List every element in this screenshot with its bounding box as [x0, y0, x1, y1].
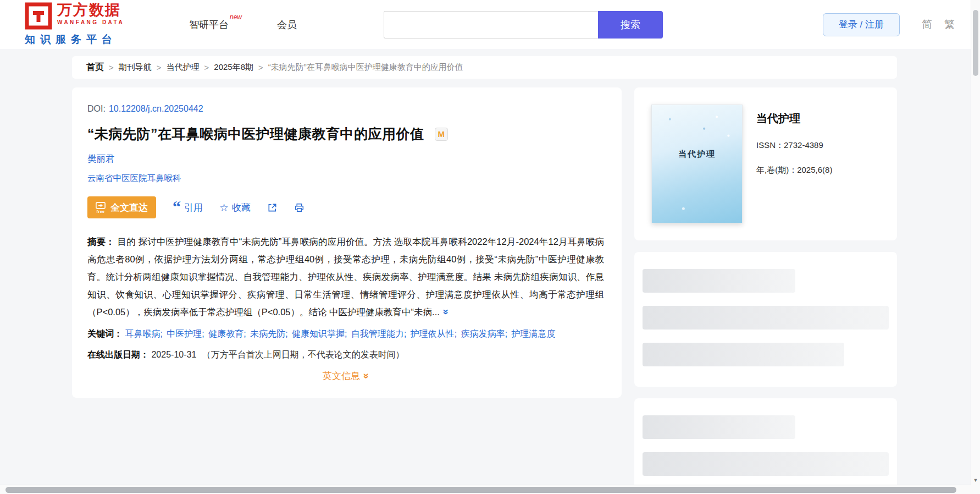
- horizontal-scrollbar[interactable]: [0, 485, 971, 494]
- author-link[interactable]: 樊丽君: [87, 153, 115, 163]
- breadcrumb-item-1[interactable]: 期刊导航: [119, 62, 152, 73]
- keyword-link[interactable]: 健康教育: [208, 329, 243, 338]
- keyword-separator: ;: [505, 329, 510, 338]
- article-title: “未病先防”在耳鼻喉病中医护理健康教育中的应用价值 M: [87, 125, 604, 143]
- loading-card: [634, 252, 897, 387]
- wanfang-logo[interactable]: 万方数据 WANFANG DATA 知识服务平台: [25, 2, 145, 47]
- keyword-separator: ;: [455, 329, 459, 338]
- keyword-separator: ;: [345, 329, 350, 338]
- keyword-separator: ;: [404, 329, 409, 338]
- affiliation-line: 云南省中医医院耳鼻喉科: [87, 173, 604, 184]
- breadcrumb-separator: >: [258, 63, 263, 72]
- fulltext-button[interactable]: free 全文直达: [87, 196, 156, 218]
- skeleton-bar: [643, 306, 889, 330]
- journal-name[interactable]: 当代护理: [756, 111, 832, 126]
- site-header: 万方数据 WANFANG DATA 知识服务平台 智研平台new 会员 搜索 登…: [0, 0, 980, 49]
- doi-link[interactable]: 10.12208/j.cn.20250442: [109, 104, 203, 113]
- doi-line: DOI:10.12208/j.cn.20250442: [87, 104, 604, 114]
- abstract-text: 目的 探讨中医护理健康教育中“未病先防”耳鼻喉病的应用价值。方法 选取本院耳鼻喉…: [87, 237, 604, 317]
- keyword-link[interactable]: 疾病发病率: [461, 329, 505, 338]
- brand-tagline: 知识服务平台: [25, 32, 145, 47]
- skeleton-bar: [643, 452, 889, 476]
- main-nav: 智研平台new 会员: [189, 18, 297, 31]
- login-register-button[interactable]: 登录 / 注册: [823, 13, 900, 36]
- skeleton-bar: [643, 343, 844, 366]
- abstract-label: 摘要：: [87, 237, 115, 246]
- breadcrumb-separator: >: [157, 63, 162, 72]
- horizontal-scrollbar-thumb[interactable]: [5, 487, 956, 493]
- star-icon: ☆: [219, 202, 229, 213]
- vertical-scrollbar-thumb[interactable]: [973, 10, 978, 76]
- journal-cover-title: 当代护理: [652, 149, 742, 160]
- keyword-link[interactable]: 健康知识掌握: [292, 329, 345, 338]
- journal-card: 当代护理 当代护理 ISSN：2732-4389 年,卷(期)：2025,6(8…: [634, 87, 897, 240]
- skeleton-bar: [643, 415, 795, 439]
- article-card: DOI:10.12208/j.cn.20250442 “未病先防”在耳鼻喉病中医…: [72, 87, 622, 398]
- breadcrumb: 首页>期刊导航>当代护理>2025年8期>“未病先防”在耳鼻喉病中医护理健康教育…: [72, 56, 897, 79]
- breadcrumb-item-3[interactable]: 2025年8期: [214, 62, 253, 73]
- breadcrumb-item-2[interactable]: 当代护理: [167, 62, 200, 73]
- nav-item-zhiyan[interactable]: 智研平台new: [189, 18, 242, 31]
- fulltext-free-icon: free: [96, 202, 106, 213]
- keyword-link[interactable]: 中医护理: [167, 329, 202, 338]
- breadcrumb-separator: >: [204, 63, 209, 72]
- breadcrumb-item-4: “未病先防”在耳鼻喉病中医护理健康教育中的应用价值: [268, 62, 463, 73]
- search-button[interactable]: 搜索: [598, 11, 663, 39]
- publish-line: 在线出版日期： 2025-10-31 （万方平台首次上网日期，不代表论文的发表时…: [87, 349, 604, 361]
- brand-name: 万方数据: [57, 2, 124, 18]
- volume-label: 年,卷(期)：: [756, 165, 797, 174]
- cite-label: 引用: [184, 201, 203, 214]
- journal-issn-row: ISSN：2732-4389: [756, 140, 832, 151]
- keyword-link[interactable]: 护理满意度: [512, 329, 556, 338]
- share-button[interactable]: [267, 202, 278, 213]
- keyword-link[interactable]: 未病先防: [250, 329, 285, 338]
- volume-value: 2025,6(8): [797, 165, 832, 174]
- author-line: 樊丽君: [87, 153, 604, 165]
- publish-date: 2025-10-31: [151, 350, 196, 359]
- lang-simplified-toggle[interactable]: 简: [922, 18, 932, 32]
- keyword-separator: ;: [202, 329, 207, 338]
- nav-item-member[interactable]: 会员: [277, 18, 297, 31]
- brand-name-en: WANFANG DATA: [57, 19, 124, 25]
- keyword-separator: ;: [243, 329, 248, 338]
- favorite-label: 收藏: [232, 201, 251, 214]
- action-bar: free 全文直达 “ 引用 ☆ 收藏: [87, 196, 604, 218]
- affiliation-link[interactable]: 云南省中医医院耳鼻喉科: [87, 173, 181, 183]
- journal-cover[interactable]: 当代护理: [651, 105, 743, 223]
- abstract: 摘要： 目的 探讨中医护理健康教育中“未病先防”耳鼻喉病的应用价值。方法 选取本…: [87, 233, 604, 321]
- keyword-link[interactable]: 耳鼻喉病: [125, 329, 160, 338]
- english-info-toggle[interactable]: 英文信息 »: [87, 370, 604, 382]
- keyword-link[interactable]: 护理依从性: [411, 329, 455, 338]
- chevron-double-down-icon: »: [360, 373, 372, 378]
- journal-volume-row: 年,卷(期)：2025,6(8): [756, 165, 832, 175]
- print-button[interactable]: [294, 202, 304, 213]
- publish-date-label: 在线出版日期：: [87, 350, 149, 359]
- lang-traditional-toggle[interactable]: 繁: [944, 18, 955, 32]
- page: 万方数据 WANFANG DATA 知识服务平台 智研平台new 会员 搜索 登…: [0, 0, 980, 494]
- search-bar: 搜索: [384, 11, 663, 39]
- journal-info: 当代护理 ISSN：2732-4389 年,卷(期)：2025,6(8): [756, 105, 832, 223]
- print-icon: [294, 202, 304, 213]
- issn-label: ISSN：: [756, 140, 784, 150]
- wanfang-logo-icon: [25, 2, 52, 30]
- expand-abstract-icon[interactable]: »: [438, 309, 455, 315]
- breadcrumb-item-0[interactable]: 首页: [86, 62, 104, 73]
- scroll-down-arrow[interactable]: ▼: [971, 476, 980, 485]
- breadcrumb-separator: >: [109, 63, 114, 72]
- issn-value: 2732-4389: [784, 140, 823, 150]
- scrollbar-corner: [971, 485, 980, 494]
- vertical-scrollbar[interactable]: ▼: [971, 0, 980, 485]
- content-area: 首页>期刊导航>当代护理>2025年8期>“未病先防”在耳鼻喉病中医护理健康教育…: [72, 56, 897, 494]
- favorite-button[interactable]: ☆ 收藏: [219, 201, 251, 214]
- cite-button[interactable]: “ 引用: [173, 201, 203, 214]
- article-title-text: “未病先防”在耳鼻喉病中医护理健康教育中的应用价值: [87, 126, 424, 141]
- keyword-list: 耳鼻喉病; 中医护理; 健康教育; 未病先防; 健康知识掌握; 自我管理能力; …: [125, 329, 555, 338]
- quote-icon: “: [173, 205, 181, 212]
- publish-note: （万方平台首次上网日期，不代表论文的发表时间）: [202, 350, 405, 359]
- search-input[interactable]: [384, 11, 598, 39]
- keywords-line: 关键词： 耳鼻喉病; 中医护理; 健康教育; 未病先防; 健康知识掌握; 自我管…: [87, 325, 604, 343]
- doi-label: DOI:: [87, 104, 106, 113]
- skeleton-bar: [643, 269, 795, 293]
- m-badge-icon: M: [435, 128, 448, 141]
- keyword-link[interactable]: 自我管理能力: [351, 329, 404, 338]
